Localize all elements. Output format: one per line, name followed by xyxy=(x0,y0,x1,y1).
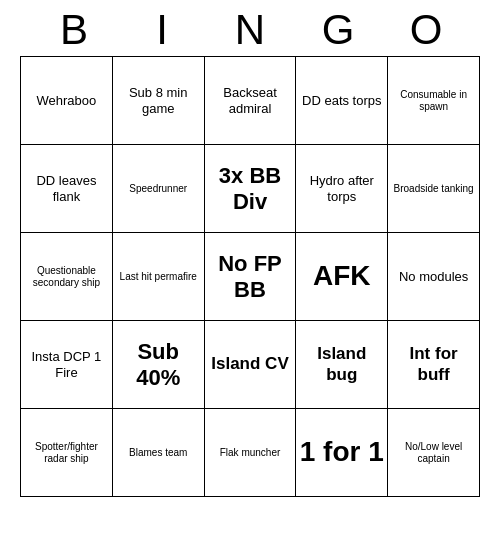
cell-r0-c3: DD eats torps xyxy=(296,57,388,145)
cell-r0-c1: Sub 8 min game xyxy=(112,57,204,145)
cell-r0-c4: Consumable in spawn xyxy=(388,57,480,145)
title-letter-g: G xyxy=(294,6,382,54)
cell-r1-c3: Hydro after torps xyxy=(296,145,388,233)
cell-r3-c0: Insta DCP 1 Fire xyxy=(21,321,113,409)
bingo-title: B I N G O xyxy=(20,0,480,56)
cell-r3-c1: Sub 40% xyxy=(112,321,204,409)
cell-r4-c4: No/Low level captain xyxy=(388,409,480,497)
cell-r1-c2: 3x BB Div xyxy=(204,145,296,233)
cell-r4-c1: Blames team xyxy=(112,409,204,497)
title-letter-i: I xyxy=(118,6,206,54)
cell-r0-c0: Wehraboo xyxy=(21,57,113,145)
cell-r2-c3: AFK xyxy=(296,233,388,321)
bingo-grid: WehrabooSub 8 min gameBackseat admiralDD… xyxy=(20,56,480,497)
title-letter-o: O xyxy=(382,6,470,54)
cell-r3-c2: Island CV xyxy=(204,321,296,409)
title-letter-n: N xyxy=(206,6,294,54)
cell-r2-c0: Questionable secondary ship xyxy=(21,233,113,321)
cell-r4-c3: 1 for 1 xyxy=(296,409,388,497)
cell-r3-c4: Int for buff xyxy=(388,321,480,409)
cell-r1-c0: DD leaves flank xyxy=(21,145,113,233)
cell-r4-c0: Spotter/fighter radar ship xyxy=(21,409,113,497)
cell-r2-c2: No FP BB xyxy=(204,233,296,321)
cell-r3-c3: Island bug xyxy=(296,321,388,409)
cell-r4-c2: Flak muncher xyxy=(204,409,296,497)
cell-r0-c2: Backseat admiral xyxy=(204,57,296,145)
title-letter-b: B xyxy=(30,6,118,54)
cell-r2-c4: No modules xyxy=(388,233,480,321)
cell-r1-c4: Broadside tanking xyxy=(388,145,480,233)
cell-r2-c1: Last hit permafire xyxy=(112,233,204,321)
cell-r1-c1: Speedrunner xyxy=(112,145,204,233)
